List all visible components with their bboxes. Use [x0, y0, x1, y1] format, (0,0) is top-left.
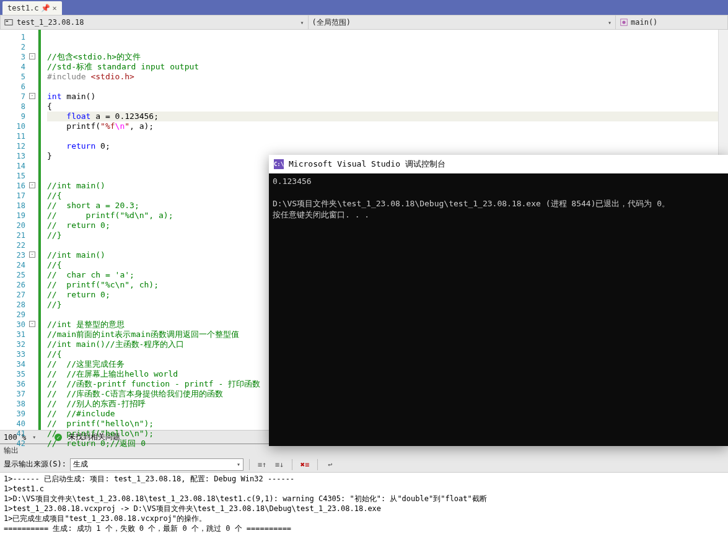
chevron-down-icon: ▾	[608, 19, 612, 26]
line-number: 11	[0, 131, 38, 141]
line-number: 35	[0, 369, 38, 379]
line-number: 37	[0, 389, 38, 399]
word-wrap-icon[interactable]: ↩	[323, 458, 337, 471]
file-tab[interactable]: test1.c 📌 ✕	[2, 1, 62, 15]
line-number: 12	[0, 141, 38, 151]
fold-toggle[interactable]: -	[29, 182, 35, 188]
separator	[292, 459, 292, 470]
output-toolbar: 显示输出来源(S): 生成 ▾ ≡↑ ≡↓ ✖≡ ↩	[0, 457, 728, 473]
close-tab-icon[interactable]: ✕	[53, 4, 57, 12]
console-titlebar[interactable]: C:\ Microsoft Visual Studio 调试控制台	[269, 155, 728, 173]
code-line[interactable]	[47, 32, 718, 42]
line-number: 32	[0, 339, 38, 349]
fold-toggle[interactable]: -	[29, 53, 35, 59]
line-number: 5	[0, 72, 38, 82]
fold-toggle[interactable]: -	[29, 252, 35, 258]
nav-project-text: test_1_23.08.18	[17, 18, 296, 27]
line-number: 29	[0, 310, 38, 320]
console-title-text: Microsoft Visual Studio 调试控制台	[289, 159, 445, 170]
output-source-label: 显示输出来源(S):	[4, 459, 66, 470]
output-text[interactable]: 1>------ 已启动生成: 项目: test_1_23.08.18, 配置:…	[0, 473, 728, 535]
line-number: 25	[0, 270, 38, 280]
line-number: 17	[0, 191, 38, 201]
code-line[interactable]	[47, 42, 718, 52]
chevron-down-icon: ▾	[237, 461, 240, 468]
line-number: 16-	[0, 181, 38, 191]
next-message-icon[interactable]: ≡↓	[273, 458, 286, 471]
prev-message-icon[interactable]: ≡↑	[255, 458, 269, 471]
line-number: 15	[0, 171, 38, 181]
code-line[interactable]: {	[47, 102, 718, 112]
line-number: 1	[0, 32, 38, 42]
tab-strip: test1.c 📌 ✕	[0, 0, 728, 15]
code-line[interactable]	[47, 82, 718, 92]
code-line[interactable]: printf("%f\n", a);	[47, 121, 718, 131]
line-number: 22	[0, 240, 38, 250]
nav-member-text: main()	[631, 18, 724, 27]
line-number: 8	[0, 102, 38, 112]
line-number: 3-	[0, 52, 38, 62]
clear-output-icon[interactable]: ✖≡	[298, 458, 312, 471]
line-number: 7-	[0, 92, 38, 102]
line-gutter: 123-4567-8910111213141516-17181920212223…	[0, 30, 38, 430]
tab-label: test1.c	[7, 4, 39, 12]
line-number: 39	[0, 409, 38, 419]
output-source-value: 生成	[73, 459, 88, 470]
separator	[249, 459, 250, 470]
svg-point-3	[622, 20, 625, 24]
pin-icon[interactable]: 📌	[43, 4, 49, 12]
code-line[interactable]: #include <stdio.h>	[47, 72, 718, 82]
line-number: 42	[0, 439, 38, 448]
line-number: 10	[0, 121, 38, 131]
navigation-bar: test_1_23.08.18 ▾ (全局范围) ▾ main()	[0, 15, 728, 30]
nav-member-dropdown[interactable]: main()	[616, 15, 727, 29]
method-icon	[620, 18, 628, 27]
line-number: 28	[0, 300, 38, 310]
output-source-dropdown[interactable]: 生成 ▾	[70, 458, 243, 471]
console-output: 0.123456 D:\VS项目文件夹\test_1_23.08.18\Debu…	[269, 173, 728, 223]
code-line[interactable]: //包含<stdio.h>的文件	[47, 52, 718, 62]
line-number: 14	[0, 161, 38, 171]
svg-rect-0	[5, 20, 12, 25]
line-number: 2	[0, 42, 38, 52]
line-number: 27	[0, 290, 38, 300]
line-number: 9	[0, 112, 38, 121]
svg-rect-1	[6, 20, 9, 22]
line-number: 36	[0, 379, 38, 389]
line-number: 40	[0, 419, 38, 429]
fold-toggle[interactable]: -	[29, 93, 35, 99]
line-number: 21	[0, 230, 38, 240]
nav-scope-dropdown[interactable]: (全局范围) ▾	[309, 15, 616, 29]
nav-project-dropdown[interactable]: test_1_23.08.18 ▾	[1, 15, 309, 29]
console-app-icon: C:\	[274, 159, 284, 169]
nav-scope-text: (全局范围)	[312, 17, 608, 28]
line-number: 13	[0, 151, 38, 161]
line-number: 34	[0, 359, 38, 369]
line-number: 30-	[0, 320, 38, 330]
code-line[interactable]: //std-标准 standard input output	[47, 62, 718, 72]
line-number: 31	[0, 330, 38, 339]
line-number: 41	[0, 429, 38, 439]
line-number: 24	[0, 260, 38, 270]
debug-console-window[interactable]: C:\ Microsoft Visual Studio 调试控制台 0.1234…	[269, 155, 728, 446]
project-icon	[4, 18, 13, 27]
code-line[interactable]	[47, 131, 718, 141]
chevron-down-icon: ▾	[300, 19, 304, 26]
code-line[interactable]: return 0;	[47, 141, 718, 151]
line-number: 19	[0, 211, 38, 221]
line-number: 4	[0, 62, 38, 72]
separator	[317, 459, 318, 470]
line-number: 23-	[0, 250, 38, 260]
output-panel: 输出 显示输出来源(S): 生成 ▾ ≡↑ ≡↓ ✖≡ ↩ 1>------ 已…	[0, 444, 728, 535]
line-number: 33	[0, 349, 38, 359]
line-number: 38	[0, 399, 38, 409]
line-number: 18	[0, 201, 38, 211]
line-number: 20	[0, 221, 38, 230]
line-number: 26	[0, 280, 38, 290]
line-number: 6	[0, 82, 38, 92]
fold-toggle[interactable]: -	[29, 321, 35, 327]
code-line[interactable]: int main()	[47, 92, 718, 102]
code-line[interactable]: float a = 0.123456;	[47, 112, 718, 121]
